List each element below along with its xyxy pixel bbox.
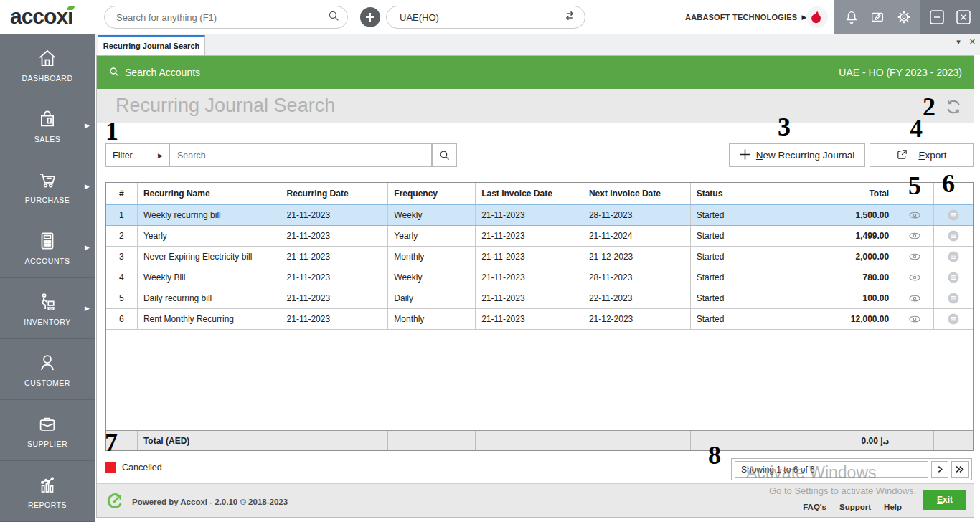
table-row[interactable]: 5 Daily recurring bill 21-11-2023 Daily … xyxy=(106,288,973,309)
table-search-input[interactable] xyxy=(170,144,431,166)
row-menu-icon[interactable] xyxy=(946,312,961,326)
row-menu-icon[interactable] xyxy=(946,270,961,285)
window-controls xyxy=(920,0,980,34)
chevron-right-icon: ▶ xyxy=(85,122,90,129)
cart-icon xyxy=(37,169,58,191)
avatar[interactable] xyxy=(806,6,828,28)
toolbar: Filter ▶ New Recurring Journal Export xyxy=(105,143,974,167)
title-band: Recurring Journal Search xyxy=(97,89,974,123)
tab-strip: Recurring Journal Search ▾ ✕ xyxy=(95,34,980,55)
sidebar-item-dashboard[interactable]: DASHBOARD xyxy=(0,34,95,95)
legend-cancelled: Cancelled xyxy=(105,462,162,473)
global-search-input[interactable] xyxy=(116,12,327,23)
filter-dropdown[interactable]: Filter ▶ xyxy=(105,143,170,167)
cancelled-color-swatch xyxy=(105,462,116,473)
company-fiscal-year: UAE - HO (FY 2023 - 2023) xyxy=(839,67,962,78)
sidebar-item-supplier[interactable]: SUPPLIER xyxy=(0,400,95,461)
sidebar-item-accounts[interactable]: ACCOUNTS ▶ xyxy=(0,217,95,278)
footer-links: FAQ's Support Help xyxy=(803,503,902,511)
logo-leaf-icon xyxy=(67,6,75,10)
view-icon[interactable] xyxy=(908,250,922,264)
table-row[interactable]: 2 Yearly 21-11-2023 Yearly 21-11-2023 21… xyxy=(106,226,973,247)
notifications-bell-icon[interactable] xyxy=(842,8,861,27)
briefcase-icon xyxy=(37,413,58,435)
last-page-button[interactable] xyxy=(951,461,969,478)
app-logo: accoxi xyxy=(10,4,72,29)
table-header-row: # Recurring Name Recurring Date Frequenc… xyxy=(106,183,973,204)
divider xyxy=(105,174,974,174)
sidebar: DASHBOARD SALES ▶ PURCHASE ▶ ACCOUNTS ▶ … xyxy=(0,34,95,522)
sidebar-item-sales[interactable]: SALES ▶ xyxy=(0,95,95,156)
sidebar-item-inventory[interactable]: INVENTORY ▶ xyxy=(0,278,95,339)
plus-icon xyxy=(740,149,750,162)
tab-list-caret-icon[interactable]: ▾ xyxy=(956,37,961,47)
export-icon xyxy=(896,148,908,163)
company-selector-value: UAE(HO) xyxy=(400,12,563,23)
table-row[interactable]: 3 Never Expiring Electricity bill 21-11-… xyxy=(106,247,973,267)
recurring-journal-table: # Recurring Name Recurring Date Frequenc… xyxy=(105,182,974,451)
search-icon xyxy=(108,66,120,80)
view-icon[interactable] xyxy=(908,229,922,243)
table-total-row: Total (AED) 0.00 د.إ xyxy=(106,430,973,450)
powered-by: Powered by Accoxi - 2.0.10 © 2018-2023 xyxy=(105,491,288,512)
org-name: AABASOFT TECHNOLOGIES xyxy=(685,13,797,22)
export-button[interactable]: Export xyxy=(870,143,974,167)
app-window: accoxi UAE(HO) AABASOFT TECHNOLOGIES ▶ xyxy=(0,0,980,522)
view-icon[interactable] xyxy=(908,291,922,305)
main-panel: Search Accounts UAE - HO (FY 2023 - 2023… xyxy=(96,55,974,518)
messages-icon[interactable] xyxy=(868,8,887,27)
next-page-button[interactable] xyxy=(931,461,948,478)
row-menu-icon[interactable] xyxy=(946,250,961,264)
global-search[interactable] xyxy=(104,6,348,29)
link-faqs[interactable]: FAQ's xyxy=(803,503,826,511)
settings-gear-icon[interactable] xyxy=(895,8,913,27)
table-search[interactable] xyxy=(170,143,432,167)
close-button[interactable] xyxy=(954,8,973,27)
tab-recurring-journal-search[interactable]: Recurring Journal Search xyxy=(98,35,205,55)
table-search-button[interactable] xyxy=(432,143,457,167)
refresh-icon[interactable] xyxy=(943,97,963,117)
view-icon[interactable] xyxy=(908,312,922,326)
chevron-right-icon: ▶ xyxy=(85,183,90,190)
reports-chart-icon xyxy=(37,474,58,495)
switch-company-icon[interactable] xyxy=(563,9,576,25)
quick-add-button[interactable] xyxy=(360,7,380,27)
total-label: Total (AED) xyxy=(138,431,281,450)
minimize-button[interactable] xyxy=(928,8,946,27)
customer-person-icon xyxy=(37,352,58,374)
tab-close-icon[interactable]: ✕ xyxy=(969,37,976,47)
table-row[interactable]: 1 Weekly recurring bill 21-11-2023 Weekl… xyxy=(106,204,973,226)
chevron-right-icon: ▶ xyxy=(85,305,90,312)
table-row[interactable]: 4 Weekly Bill 21-11-2023 Weekly 21-11-20… xyxy=(106,267,973,288)
row-menu-icon[interactable] xyxy=(946,208,961,222)
row-menu-icon[interactable] xyxy=(946,229,961,243)
pagination-summary: Showing 1 to 6 of 6 xyxy=(735,461,928,478)
home-icon xyxy=(37,47,58,69)
view-icon[interactable] xyxy=(908,270,922,285)
table-row[interactable]: 6 Rent Monthly Recurring 21-11-2023 Mont… xyxy=(106,309,973,330)
accoxi-mark-icon xyxy=(105,491,125,512)
link-support[interactable]: Support xyxy=(839,503,871,511)
chevron-right-icon: ▶ xyxy=(85,244,90,251)
sidebar-item-reports[interactable]: REPORTS xyxy=(0,461,95,522)
topbar-icon-group xyxy=(834,0,920,34)
company-selector[interactable]: UAE(HO) xyxy=(386,6,585,29)
search-accounts[interactable]: Search Accounts xyxy=(108,66,200,80)
sidebar-item-purchase[interactable]: PURCHASE ▶ xyxy=(0,156,95,217)
search-icon[interactable] xyxy=(327,9,340,25)
table-empty-area xyxy=(106,330,973,430)
calculator-icon xyxy=(37,230,58,252)
sidebar-item-customer[interactable]: CUSTOMER xyxy=(0,339,95,400)
shopping-bag-icon xyxy=(37,108,58,130)
pagination: Showing 1 to 6 of 6 xyxy=(731,458,972,480)
inventory-trolley-icon xyxy=(37,291,58,313)
new-recurring-journal-button[interactable]: New Recurring Journal xyxy=(729,143,865,167)
topbar: accoxi UAE(HO) AABASOFT TECHNOLOGIES ▶ xyxy=(0,0,980,34)
status-bar: Powered by Accoxi - 2.0.10 © 2018-2023 F… xyxy=(97,483,974,517)
total-value: 0.00 د.إ xyxy=(760,431,895,450)
exit-button[interactable]: Exit xyxy=(923,490,966,510)
link-help[interactable]: Help xyxy=(884,503,902,511)
row-menu-icon[interactable] xyxy=(946,291,961,305)
view-icon[interactable] xyxy=(908,208,922,222)
org-switcher[interactable]: AABASOFT TECHNOLOGIES ▶ xyxy=(685,0,806,34)
